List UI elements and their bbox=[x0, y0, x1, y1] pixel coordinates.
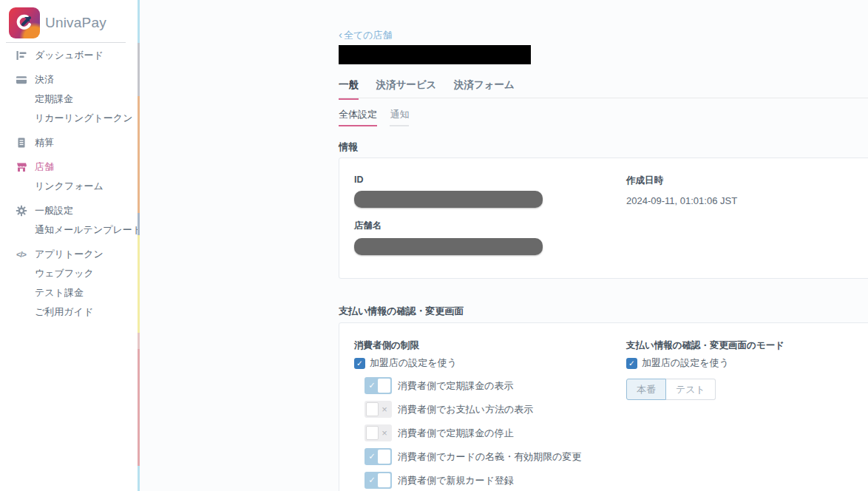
checkbox-checked-icon[interactable]: ✓ bbox=[626, 358, 637, 369]
dashboard-icon bbox=[15, 50, 27, 62]
sidebar-item-label: 店舗 bbox=[35, 160, 54, 174]
sidebar-item-label: ウェブフック bbox=[35, 267, 94, 280]
sidebar-item-label: ご利用ガイド bbox=[35, 305, 93, 319]
brand[interactable]: UnivaPay bbox=[9, 7, 106, 38]
toggle-row-payment-method-display: × 消費者側でお支払い方法の表示 bbox=[365, 401, 582, 418]
shop-name-value-redacted bbox=[354, 238, 543, 255]
checkbox-label: 加盟店の設定を使う bbox=[370, 356, 457, 370]
gear-icon bbox=[15, 205, 27, 217]
sidebar: UnivaPay ダッシュボード 決済 定期課金 リカーリングトークン bbox=[0, 0, 138, 491]
toggle-switch-off[interactable]: × bbox=[365, 401, 392, 418]
sidebar-item-test-charge[interactable]: テスト課金 bbox=[0, 283, 138, 302]
subtabs-row: 全体設定 通知 bbox=[339, 107, 418, 126]
screen-mode-heading: 支払い情報の確認・変更画面のモード bbox=[626, 339, 784, 352]
app-window: UnivaPay ダッシュボード 決済 定期課金 リカーリングトークン bbox=[0, 0, 868, 491]
mode-use-merchant-setting-checkbox-row[interactable]: ✓ 加盟店の設定を使う bbox=[626, 356, 784, 370]
toggle-label: 消費者側でお支払い方法の表示 bbox=[398, 403, 533, 416]
toggle-cross-icon: × bbox=[379, 404, 390, 414]
toggle-row-subscription-display: ✓ 消費者側で定期課金の表示 bbox=[365, 377, 582, 394]
mode-test-button[interactable]: テスト bbox=[666, 379, 716, 400]
sidebar-item-webhooks[interactable]: ウェブフック bbox=[0, 264, 138, 283]
sidebar-divider bbox=[6, 42, 126, 43]
sidebar-item-user-guide[interactable]: ご利用ガイド bbox=[0, 302, 138, 322]
back-chevron-icon: ‹ bbox=[339, 28, 342, 41]
toggle-knob bbox=[366, 426, 379, 440]
consumer-use-merchant-setting-checkbox-row[interactable]: ✓ 加盟店の設定を使う bbox=[354, 356, 582, 370]
settlement-icon bbox=[15, 137, 27, 149]
toggle-row-subscription-stop: × 消費者側で定期課金の停止 bbox=[365, 424, 582, 441]
sidebar-item-subscriptions[interactable]: 定期課金 bbox=[0, 89, 138, 109]
info-section-title: 情報 bbox=[339, 140, 358, 154]
toggle-label: 消費者側で定期課金の停止 bbox=[398, 427, 514, 440]
mode-segmented-control: 本番 テスト bbox=[626, 379, 784, 400]
sidebar-item-label: テスト課金 bbox=[35, 286, 84, 299]
id-value-redacted bbox=[354, 191, 543, 208]
info-card-right-column: 作成日時 2024-09-11, 01:01:06 JST bbox=[626, 175, 737, 206]
sidebar-item-general-settings[interactable]: 一般設定 bbox=[0, 201, 138, 220]
brand-name: UnivaPay bbox=[45, 15, 106, 31]
sidebar-item-stores[interactable]: 店舗 bbox=[0, 158, 138, 177]
sidebar-item-label: 一般設定 bbox=[35, 204, 73, 217]
toggle-check-icon: ✓ bbox=[366, 382, 378, 390]
toggle-check-icon: ✓ bbox=[366, 453, 378, 461]
sidebar-item-mail-templates[interactable]: 通知メールテンプレート bbox=[0, 220, 138, 240]
sidebar-item-payments[interactable]: 決済 bbox=[0, 70, 138, 89]
screen-mode-column: 支払い情報の確認・変更画面のモード ✓ 加盟店の設定を使う 本番 テスト bbox=[626, 339, 784, 400]
sidebar-item-label: ダッシュボード bbox=[35, 49, 104, 62]
checkbox-label: 加盟店の設定を使う bbox=[642, 356, 729, 370]
subtab-overall-settings[interactable]: 全体設定 bbox=[339, 108, 377, 126]
sidebar-item-app-tokens[interactable]: </> アプリトークン bbox=[0, 245, 138, 264]
consumer-restrictions-heading: 消費者側の制限 bbox=[354, 339, 582, 352]
sidebar-item-link-form[interactable]: リンクフォーム bbox=[0, 177, 138, 196]
sidebar-item-dashboard[interactable]: ダッシュボード bbox=[0, 46, 138, 65]
toggle-row-card-name-expiry-change: ✓ 消費者側でカードの名義・有効期限の変更 bbox=[365, 448, 582, 465]
store-title-redacted bbox=[339, 45, 531, 64]
sidebar-item-label: リンクフォーム bbox=[35, 180, 104, 193]
back-link-label: 全ての店舗 bbox=[344, 30, 393, 41]
consumer-toggle-list: ✓ 消費者側で定期課金の表示 × 消費者側でお支払い方法の表示 × 消費者側で定… bbox=[365, 377, 582, 489]
sidebar-nav: ダッシュボード 決済 定期課金 リカーリングトークン 精算 bbox=[0, 46, 138, 322]
toggle-knob bbox=[378, 379, 390, 393]
payment-section-title: 支払い情報の確認・変更画面 bbox=[339, 305, 464, 318]
tabs-row: 一般 決済サービス 決済フォーム bbox=[339, 78, 868, 98]
consumer-restrictions-column: 消費者側の制限 ✓ 加盟店の設定を使う ✓ 消費者側で定期課金の表示 × 消費者… bbox=[354, 339, 582, 491]
sidebar-item-label: 定期課金 bbox=[35, 92, 73, 106]
toggle-cross-icon: × bbox=[379, 428, 390, 438]
main-area: ‹全ての店舗 一般 決済サービス 決済フォーム 全体設定 通知 情報 ID 店舗… bbox=[140, 0, 868, 491]
tab-payment-services[interactable]: 決済サービス bbox=[376, 78, 436, 98]
toggle-switch-on[interactable]: ✓ bbox=[365, 472, 392, 489]
toggle-knob bbox=[366, 402, 379, 416]
toggle-switch-off[interactable]: × bbox=[365, 424, 392, 441]
id-label: ID bbox=[354, 175, 543, 185]
sidebar-item-recurring-tokens[interactable]: リカーリングトークン bbox=[0, 109, 138, 128]
toggle-check-icon: ✓ bbox=[366, 476, 378, 485]
toggle-knob bbox=[378, 473, 390, 487]
payment-settings-card: 消費者側の制限 ✓ 加盟店の設定を使う ✓ 消費者側で定期課金の表示 × 消費者… bbox=[339, 322, 868, 491]
shop-name-label: 店舗名 bbox=[354, 220, 543, 232]
tab-payment-form[interactable]: 決済フォーム bbox=[454, 78, 515, 98]
tab-general[interactable]: 一般 bbox=[339, 78, 359, 100]
sidebar-item-label: 通知メールテンプレート bbox=[35, 223, 142, 237]
toggle-row-new-card-registration: ✓ 消費者側で新規カード登録 bbox=[365, 472, 582, 489]
info-card-left-column: ID 店舗名 bbox=[354, 175, 543, 255]
univapay-logo-icon bbox=[9, 7, 40, 38]
sidebar-item-label: リカーリングトークン bbox=[35, 112, 132, 125]
created-at-value: 2024-09-11, 01:01:06 JST bbox=[626, 195, 737, 206]
sidebar-item-label: 決済 bbox=[35, 73, 54, 87]
subtab-notifications[interactable]: 通知 bbox=[390, 108, 409, 126]
back-to-all-stores-link[interactable]: ‹全ての店舗 bbox=[339, 28, 393, 42]
mode-production-button[interactable]: 本番 bbox=[626, 379, 666, 400]
created-at-label: 作成日時 bbox=[626, 175, 737, 187]
code-icon: </> bbox=[15, 248, 27, 261]
toggle-switch-on[interactable]: ✓ bbox=[365, 448, 392, 465]
toggle-label: 消費者側でカードの名義・有効期限の変更 bbox=[398, 450, 582, 464]
payments-icon bbox=[15, 74, 27, 87]
sidebar-item-label: アプリトークン bbox=[35, 248, 104, 261]
toggle-label: 消費者側で定期課金の表示 bbox=[398, 379, 514, 393]
sidebar-item-settlement[interactable]: 精算 bbox=[0, 133, 138, 152]
sidebar-item-label: 精算 bbox=[35, 136, 54, 149]
toggle-switch-on[interactable]: ✓ bbox=[365, 377, 392, 394]
checkbox-checked-icon[interactable]: ✓ bbox=[354, 358, 365, 369]
toggle-knob bbox=[378, 450, 390, 464]
store-icon bbox=[15, 161, 27, 174]
